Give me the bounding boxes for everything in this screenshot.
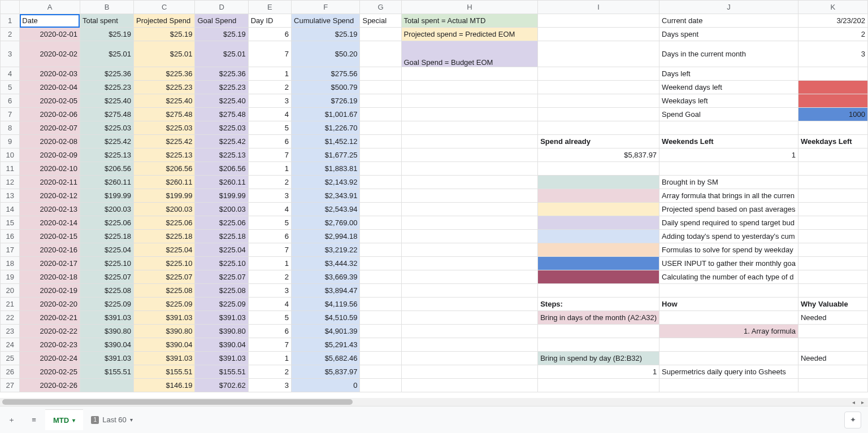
cell-C8[interactable]: $225.03: [134, 121, 195, 135]
cell-H21[interactable]: [401, 298, 538, 311]
cell-I26[interactable]: 1: [538, 365, 659, 379]
cell-C7[interactable]: $275.48: [134, 108, 195, 121]
cell-J16[interactable]: Adding today's spend to yesterday's cum: [659, 230, 798, 243]
cell-D16[interactable]: $225.18: [195, 230, 248, 243]
cell-I14[interactable]: [538, 203, 659, 216]
row-header-19[interactable]: 19: [1, 270, 20, 284]
cell-F7[interactable]: $1,001.67: [292, 108, 360, 121]
row-header-12[interactable]: 12: [1, 176, 20, 189]
row-header-20[interactable]: 20: [1, 284, 20, 298]
cell-D8[interactable]: $225.03: [195, 121, 248, 135]
cell-J26[interactable]: Supermetrics daily query into Gsheets: [659, 365, 798, 379]
cell-C26[interactable]: $155.51: [134, 365, 195, 379]
cell-C25[interactable]: $391.03: [134, 352, 195, 365]
cell-C6[interactable]: $225.40: [134, 94, 195, 108]
cell-A14[interactable]: 2020-02-13: [20, 203, 80, 216]
cell-C22[interactable]: $391.03: [134, 311, 195, 325]
cell-E6[interactable]: 3: [248, 94, 291, 108]
row-header-10[interactable]: 10: [1, 148, 20, 162]
cell-B20[interactable]: $225.08: [80, 284, 133, 298]
cell-J17[interactable]: Formulas to solve for spend by weekday: [659, 243, 798, 257]
cell-I15[interactable]: [538, 216, 659, 230]
row-header-14[interactable]: 14: [1, 203, 20, 216]
row-header-5[interactable]: 5: [1, 81, 20, 94]
cell-F27[interactable]: 0: [292, 379, 360, 392]
cell-E2[interactable]: 6: [248, 28, 291, 41]
cell-F11[interactable]: $1,883.81: [292, 162, 360, 176]
cell-J20[interactable]: [659, 284, 798, 298]
cell-C4[interactable]: $225.36: [134, 67, 195, 81]
row-header-15[interactable]: 15: [1, 216, 20, 230]
cell-C1[interactable]: Projected Spend: [134, 14, 195, 28]
cell-J11[interactable]: [659, 162, 798, 176]
cell-K4[interactable]: [798, 67, 867, 81]
cell-H9[interactable]: [401, 135, 538, 148]
cell-D6[interactable]: $225.40: [195, 94, 248, 108]
cell-E20[interactable]: 3: [248, 284, 291, 298]
cell-A25[interactable]: 2020-02-24: [20, 352, 80, 365]
row-header-21[interactable]: 21: [1, 298, 20, 311]
cell-G24[interactable]: [360, 338, 401, 352]
cell-K2[interactable]: 2: [798, 28, 867, 41]
cell-G10[interactable]: [360, 148, 401, 162]
cell-A4[interactable]: 2020-02-03: [20, 67, 80, 81]
cell-A17[interactable]: 2020-02-16: [20, 243, 80, 257]
cell-G6[interactable]: [360, 94, 401, 108]
cell-I17[interactable]: [538, 243, 659, 257]
cell-B1[interactable]: Total spent: [80, 14, 133, 28]
column-header-A[interactable]: A: [20, 1, 80, 14]
cell-J2[interactable]: Days spent: [659, 28, 798, 41]
cell-C19[interactable]: $225.07: [134, 270, 195, 284]
cell-A24[interactable]: 2020-02-23: [20, 338, 80, 352]
cell-A22[interactable]: 2020-02-21: [20, 311, 80, 325]
cell-J13[interactable]: Array formula that brings in all the cur…: [659, 189, 798, 203]
column-header-F[interactable]: F: [292, 1, 360, 14]
add-sheet-button[interactable]: ＋: [0, 409, 23, 431]
cell-B4[interactable]: $225.36: [80, 67, 133, 81]
cell-C3[interactable]: $25.01: [134, 41, 195, 67]
cell-D3[interactable]: $25.01: [195, 41, 248, 67]
cell-C17[interactable]: $225.04: [134, 243, 195, 257]
cell-J15[interactable]: Daily spend required to spend target bud: [659, 216, 798, 230]
row-header-2[interactable]: 2: [1, 28, 20, 41]
cell-K27[interactable]: [798, 379, 867, 392]
cell-E7[interactable]: 4: [248, 108, 291, 121]
cell-H13[interactable]: [401, 189, 538, 203]
cell-G14[interactable]: [360, 203, 401, 216]
cell-K25[interactable]: Needed: [798, 352, 867, 365]
cell-I18[interactable]: [538, 257, 659, 270]
column-header-D[interactable]: D: [195, 1, 248, 14]
explore-button[interactable]: ✦: [844, 412, 861, 428]
row-header-17[interactable]: 17: [1, 243, 20, 257]
cell-A11[interactable]: 2020-02-10: [20, 162, 80, 176]
cell-B18[interactable]: $225.10: [80, 257, 133, 270]
cell-G8[interactable]: [360, 121, 401, 135]
cell-I3[interactable]: [538, 41, 659, 67]
cell-D2[interactable]: $25.19: [195, 28, 248, 41]
cell-J24[interactable]: [659, 338, 798, 352]
cell-F19[interactable]: $3,669.39: [292, 270, 360, 284]
cell-E9[interactable]: 6: [248, 135, 291, 148]
cell-E25[interactable]: 1: [248, 352, 291, 365]
cell-K8[interactable]: [798, 121, 867, 135]
cell-J27[interactable]: [659, 379, 798, 392]
cell-E24[interactable]: 7: [248, 338, 291, 352]
cell-B17[interactable]: $225.04: [80, 243, 133, 257]
cell-H10[interactable]: [401, 148, 538, 162]
cell-B12[interactable]: $260.11: [80, 176, 133, 189]
scrollbar-thumb[interactable]: [2, 399, 353, 405]
cell-B13[interactable]: $199.99: [80, 189, 133, 203]
row-header-7[interactable]: 7: [1, 108, 20, 121]
row-header-25[interactable]: 25: [1, 352, 20, 365]
cell-D7[interactable]: $275.48: [195, 108, 248, 121]
cell-H27[interactable]: [401, 379, 538, 392]
cell-C2[interactable]: $25.19: [134, 28, 195, 41]
cell-D24[interactable]: $390.04: [195, 338, 248, 352]
cell-D26[interactable]: $155.51: [195, 365, 248, 379]
cell-I19[interactable]: [538, 270, 659, 284]
cell-I9[interactable]: Spend already: [538, 135, 659, 148]
cell-I22[interactable]: Bring in days of the month (A2:A32): [538, 311, 659, 325]
cell-K22[interactable]: Needed: [798, 311, 867, 325]
cell-E14[interactable]: 4: [248, 203, 291, 216]
cell-C12[interactable]: $260.11: [134, 176, 195, 189]
